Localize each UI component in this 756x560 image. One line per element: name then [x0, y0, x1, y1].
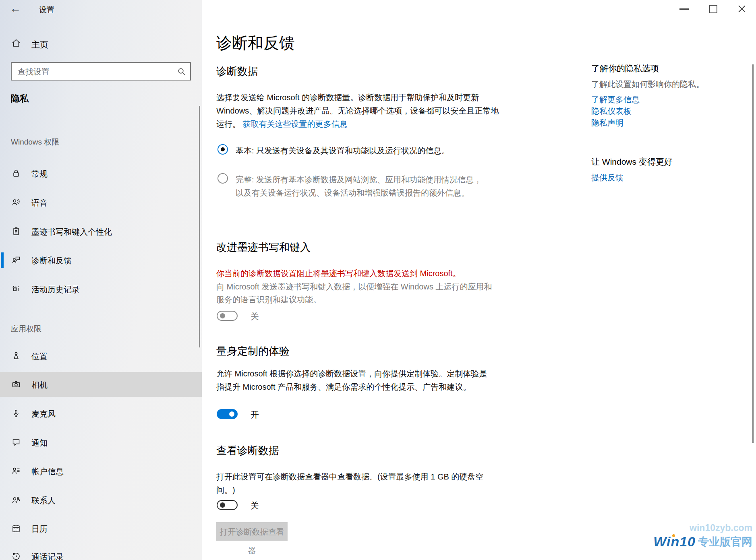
watermark-brand: Win10: [653, 534, 696, 549]
location-icon: [11, 351, 21, 361]
give-feedback-link[interactable]: 提供反馈: [591, 172, 623, 183]
inking-warning: 你当前的诊断数据设置阻止将墨迹书写和键入数据发送到 Microsoft。: [216, 268, 506, 279]
privacy-statement-link[interactable]: 隐私声明: [591, 118, 623, 128]
notifications-icon: [11, 438, 21, 447]
radio-dot: [221, 147, 225, 151]
sidebar-item-label: 常规: [31, 169, 48, 180]
contacts-icon: [11, 495, 21, 505]
toggle-knob: [220, 502, 225, 508]
close-icon: [737, 4, 746, 13]
settings-sidebar: ← 设置 主页 隐私 Windows 权限 常规 语音 墨迹书写和键入个性化: [0, 0, 202, 560]
sidebar-item-label: 墨迹书写和键入个性化: [31, 227, 112, 238]
feedback-icon: [11, 255, 21, 265]
sidebar-item-activity-history[interactable]: 活动历史记录: [0, 277, 202, 302]
view-data-toggle[interactable]: [217, 500, 238, 510]
sidebar-item-label: 通知: [31, 438, 48, 448]
sidebar-item-general[interactable]: 常规: [0, 161, 202, 186]
sidebar-item-call-history[interactable]: 通话记录: [0, 544, 202, 560]
toggle-knob: [220, 313, 225, 318]
privacy-dashboard-link[interactable]: 隐私仪表板: [591, 106, 632, 117]
tailored-toggle[interactable]: [217, 409, 238, 419]
home-icon: [11, 38, 21, 48]
microphone-icon: [11, 409, 21, 418]
view-data-heading: 查看诊断数据: [216, 444, 279, 458]
sidebar-item-inking-typing[interactable]: 墨迹书写和键入个性化: [0, 219, 202, 244]
inking-toggle[interactable]: [217, 311, 238, 321]
speech-icon: [11, 198, 21, 207]
watermark-logo: Win10专业版官网: [653, 534, 752, 550]
sidebar-section-app-permissions: 应用权限: [11, 324, 41, 334]
sidebar-item-contacts[interactable]: 联系人: [0, 488, 202, 512]
diagnostic-data-description: 选择要发送给 Microsoft 的诊断数据量。诊断数据用于帮助保护和及时更新 …: [216, 91, 501, 131]
sidebar-item-notifications[interactable]: 通知: [0, 430, 202, 455]
inking-description: 向 Microsoft 发送墨迹书写和键入数据，以便增强在 Windows 上运…: [216, 280, 498, 306]
view-data-toggle-label: 关: [251, 500, 259, 511]
minimize-icon: [679, 8, 689, 10]
sidebar-item-label: 位置: [31, 351, 48, 362]
sidebar-item-label: 麦克风: [31, 409, 56, 419]
maximize-icon: [709, 5, 717, 13]
account-info-icon: [11, 466, 21, 476]
sidebar-scrollbar[interactable]: [199, 106, 200, 347]
inking-toggle-label: 关: [251, 311, 259, 322]
lock-icon: [11, 169, 21, 178]
sidebar-category-title: 隐私: [11, 93, 29, 105]
activity-history-icon: [11, 284, 21, 294]
app-title: 设置: [39, 5, 54, 15]
sidebar-item-label: 语音: [31, 198, 48, 209]
view-data-description: 打开此设置可在诊断数据查看器中查看数据。(设置最多使用 1 GB 的硬盘空间。): [216, 470, 494, 497]
tailored-toggle-label: 开: [251, 409, 259, 420]
diagnostic-data-heading: 诊断数据: [216, 64, 258, 79]
sidebar-item-label: 主页: [31, 39, 48, 50]
back-button[interactable]: ←: [10, 2, 21, 15]
search-icon: [177, 67, 186, 76]
search-input[interactable]: [17, 64, 175, 79]
minimize-button[interactable]: [670, 0, 698, 18]
sidebar-item-account-info[interactable]: 帐户信息: [0, 459, 202, 484]
maximize-button[interactable]: [699, 0, 727, 18]
sidebar-section-windows-permissions: Windows 权限: [11, 137, 59, 147]
sidebar-item-calendar[interactable]: 日历: [0, 516, 202, 541]
call-history-icon: [11, 552, 21, 560]
tailored-description: 允许 Microsoft 根据你选择的诊断数据设置，向你提供定制体验。定制体验是…: [216, 367, 494, 394]
learn-more-settings-link[interactable]: 获取有关这些设置的更多信息: [243, 120, 348, 128]
sidebar-item-label: 通话记录: [31, 552, 64, 560]
sidebar-item-label: 日历: [31, 524, 48, 535]
learn-more-link[interactable]: 了解更多信息: [591, 94, 640, 105]
radio-basic-label: 基本: 只发送有关设备及其设置和功能以及运行状况的信息。: [236, 144, 449, 157]
sidebar-item-label: 帐户信息: [31, 466, 64, 477]
tailored-heading: 量身定制的体验: [216, 344, 290, 358]
page-title: 诊断和反馈: [216, 32, 295, 54]
sidebar-item-label: 诊断和反馈: [31, 255, 72, 266]
sidebar-item-camera[interactable]: 相机: [0, 372, 202, 397]
sidebar-item-diagnostics-feedback[interactable]: 诊断和反馈: [0, 248, 202, 273]
close-button[interactable]: [728, 0, 756, 18]
privacy-options-heading: 了解你的隐私选项: [591, 63, 659, 74]
search-box[interactable]: [11, 62, 191, 81]
sidebar-item-speech[interactable]: 语音: [0, 190, 202, 215]
watermark-url: win10zyb.com: [690, 523, 752, 533]
radio-full[interactable]: [217, 173, 228, 184]
radio-full-label: 完整: 发送所有基本诊断数据及网站浏览、应用和功能使用情况信息，以及有关设备运行…: [236, 173, 487, 200]
sidebar-item-home[interactable]: 主页: [0, 35, 202, 53]
sidebar-item-label: 联系人: [31, 495, 56, 506]
inking-heading: 改进墨迹书写和键入: [216, 240, 311, 254]
radio-basic[interactable]: [217, 144, 228, 155]
calendar-icon: [11, 524, 21, 533]
inking-icon: [11, 227, 21, 236]
sidebar-item-label: 相机: [31, 380, 48, 391]
sidebar-item-label: 活动历史记录: [31, 284, 80, 295]
sidebar-item-microphone[interactable]: 麦克风: [0, 401, 202, 426]
watermark-brand-suffix: 专业版官网: [698, 536, 752, 548]
toggle-knob: [229, 411, 234, 417]
camera-icon: [11, 380, 21, 389]
sidebar-item-location[interactable]: 位置: [0, 343, 202, 368]
privacy-options-description: 了解此设置如何影响你的隐私。: [591, 79, 704, 90]
open-diagnostic-viewer-button[interactable]: 打开诊断数据查看器: [216, 522, 288, 541]
page-scrollbar[interactable]: [752, 64, 754, 443]
make-windows-better-heading: 让 Windows 变得更好: [591, 156, 673, 167]
